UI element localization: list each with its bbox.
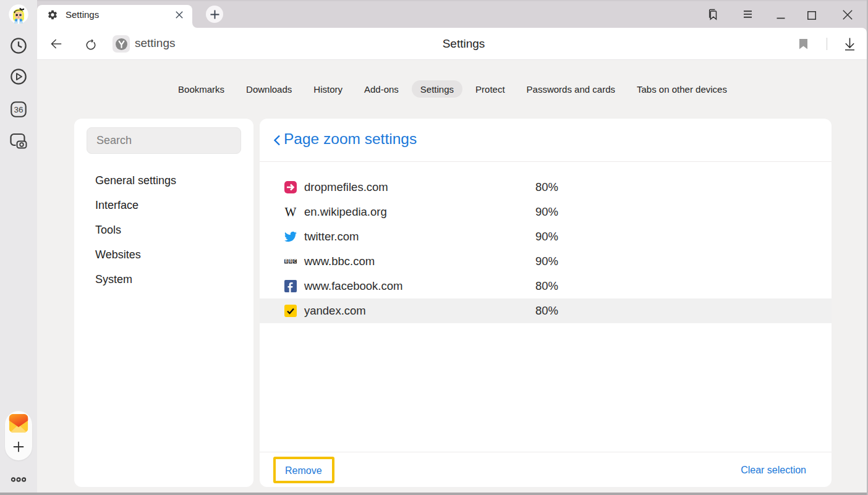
svg-text:B: B — [289, 259, 292, 263]
svg-text:B: B — [285, 259, 288, 263]
svg-text:C: C — [294, 259, 297, 263]
svg-text:36: 36 — [14, 105, 23, 114]
